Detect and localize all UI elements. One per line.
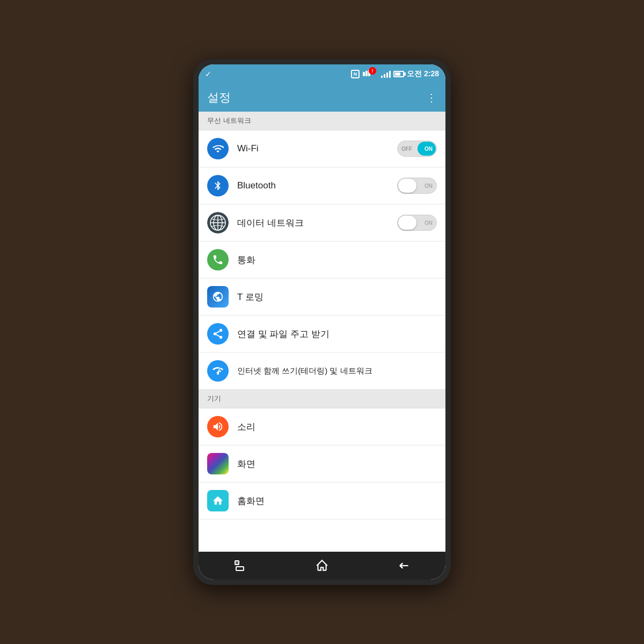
svg-line-11 <box>216 334 219 336</box>
settings-item-wifi[interactable]: Wi-Fi OFF ON <box>199 130 445 167</box>
status-left: ✓ <box>205 70 211 78</box>
battery-fill <box>395 72 400 76</box>
status-right: N ! 오전 2:28 <box>351 69 439 79</box>
connect-icon <box>207 323 229 345</box>
back-button[interactable] <box>391 555 418 576</box>
homescreen-icon <box>207 490 229 511</box>
svg-point-8 <box>219 329 223 332</box>
section-header-device: 기기 <box>199 390 445 408</box>
bluetooth-toggle[interactable]: OFF ON <box>397 178 437 194</box>
nfc-icon: N <box>351 70 360 78</box>
app-bar: 설정 ⋮ <box>199 84 445 112</box>
data-toggle-on: ON <box>425 220 433 226</box>
display-icon <box>207 453 229 474</box>
settings-item-call[interactable]: 통화 <box>199 241 445 279</box>
svg-rect-0 <box>363 72 365 76</box>
svg-rect-1 <box>365 71 368 76</box>
more-menu-button[interactable]: ⋮ <box>426 91 437 104</box>
roaming-img <box>207 286 229 308</box>
checkmark-icon: ✓ <box>205 70 211 78</box>
settings-item-roaming[interactable]: T 로밍 <box>199 279 445 316</box>
phone-device: ✓ N ! <box>193 59 451 585</box>
settings-item-connect[interactable]: 연결 및 파일 주고 받기 <box>199 316 445 353</box>
svg-rect-15 <box>236 567 244 570</box>
bluetooth-icon <box>207 175 229 196</box>
settings-item-bluetooth[interactable]: Bluetooth OFF ON <box>199 167 445 204</box>
data-network-icon <box>207 212 229 233</box>
data-label: 데이터 네트워크 <box>237 217 397 229</box>
sound-label: 소리 <box>237 421 437 433</box>
battery-icon <box>393 71 404 77</box>
svg-line-12 <box>216 331 219 333</box>
sound-icon <box>207 416 229 437</box>
homescreen-label: 홈화면 <box>237 495 437 507</box>
time-display: 오전 2:28 <box>407 69 439 79</box>
recent-apps-button[interactable] <box>226 555 253 576</box>
tether-icon <box>207 360 229 382</box>
wifi-icon <box>207 138 229 159</box>
bt-toggle-on: ON <box>425 183 433 189</box>
status-bar: ✓ N ! <box>199 64 445 84</box>
wifi-label: Wi-Fi <box>237 143 397 154</box>
settings-item-display[interactable]: 화면 <box>199 445 445 482</box>
signal-bars <box>381 70 391 78</box>
page-title: 설정 <box>207 90 231 106</box>
roaming-label: T 로밍 <box>237 291 437 303</box>
call-label: 통화 <box>237 254 437 266</box>
bar2 <box>384 74 385 78</box>
bluetooth-label: Bluetooth <box>237 180 397 191</box>
wifi-toggle-on: ON <box>425 146 433 152</box>
svg-point-9 <box>214 332 217 335</box>
bar4 <box>389 71 391 78</box>
nav-bar <box>199 552 445 580</box>
bar3 <box>386 72 388 78</box>
svg-point-10 <box>219 336 223 339</box>
alert-badge: ! <box>369 67 376 75</box>
settings-item-data[interactable]: 데이터 네트워크 OFF ON <box>199 204 445 241</box>
wifi-toggle-off: OFF <box>401 146 412 152</box>
settings-item-homescreen[interactable]: 홈화면 <box>199 482 445 519</box>
call-icon <box>207 249 229 270</box>
notification-icon: ! <box>362 70 378 78</box>
connect-label: 연결 및 파일 주고 받기 <box>237 328 437 340</box>
bt-knob <box>398 179 416 193</box>
settings-item-sound[interactable]: 소리 <box>199 408 445 445</box>
section-header-wireless: 무선 네트워크 <box>199 112 445 130</box>
data-knob <box>398 216 416 230</box>
svg-rect-14 <box>236 561 238 564</box>
display-label: 화면 <box>237 458 437 470</box>
bar1 <box>381 76 383 78</box>
settings-item-tethering[interactable]: 인터넷 함께 쓰기(테더링) 및 네트워크 <box>199 353 445 390</box>
phone-screen: ✓ N ! <box>199 64 445 580</box>
home-button[interactable] <box>309 555 335 576</box>
settings-list: 무선 네트워크 Wi-Fi OFF ON <box>199 112 445 552</box>
roaming-icon <box>207 286 229 308</box>
display-img <box>207 453 229 474</box>
tether-label: 인터넷 함께 쓰기(테더링) 및 네트워크 <box>237 366 437 376</box>
data-toggle[interactable]: OFF ON <box>397 215 437 231</box>
wifi-toggle[interactable]: OFF ON <box>397 141 437 157</box>
